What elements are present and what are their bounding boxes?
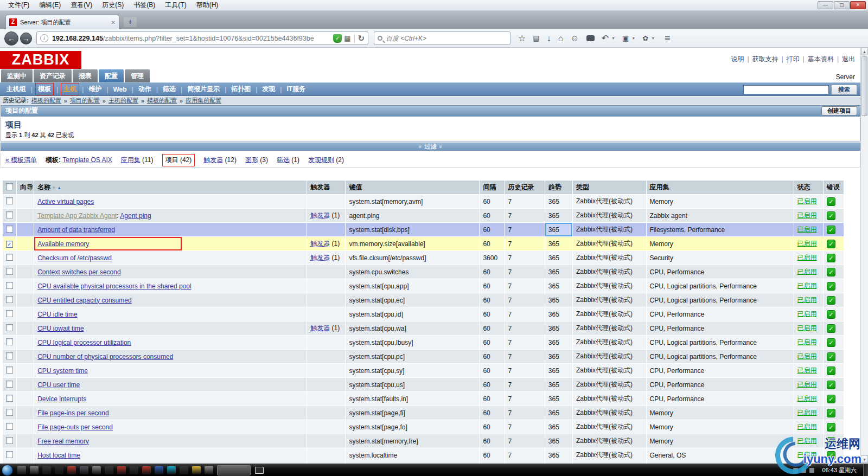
main-tab-item[interactable]: 监测中: [1, 69, 33, 82]
taskbar-app-icon[interactable]: [155, 466, 163, 474]
taskbar-app-icon[interactable]: [105, 466, 113, 474]
row-checkbox[interactable]: [6, 197, 13, 204]
taskbar-app-icon[interactable]: [130, 466, 138, 474]
subnav-item[interactable]: Web: [111, 85, 129, 94]
top-link[interactable]: 说明: [731, 55, 744, 63]
status-enabled-link[interactable]: 已启用: [797, 324, 817, 332]
history-link[interactable]: 项目的配置: [70, 97, 100, 105]
status-enabled-link[interactable]: 已启用: [797, 409, 817, 416]
row-checkbox[interactable]: [6, 437, 13, 444]
parent-template-link[interactable]: Template App Zabbix Agent: [37, 212, 117, 220]
column-header-static[interactable]: 间隔: [480, 181, 504, 194]
status-enabled-link[interactable]: 已启用: [797, 423, 817, 430]
column-header-sortable[interactable]: 名称▼▲: [34, 181, 307, 194]
taskbar-app-icon[interactable]: [142, 466, 151, 474]
row-checkbox[interactable]: [6, 226, 13, 233]
row-checkbox[interactable]: [6, 211, 13, 218]
item-name-link[interactable]: CPU available physical processors in the…: [37, 282, 191, 290]
scrollbar-thumb[interactable]: [861, 56, 867, 116]
sort-desc-icon[interactable]: ▼: [52, 185, 56, 190]
taskbar-app-icon[interactable]: [92, 466, 101, 474]
trigger-link[interactable]: 触发器: [310, 324, 330, 332]
subnav-item[interactable]: 主机: [61, 83, 79, 95]
status-enabled-link[interactable]: 已启用: [797, 240, 817, 247]
tray-icon[interactable]: [793, 468, 798, 473]
status-enabled-link[interactable]: 已启用: [797, 197, 817, 205]
status-enabled-link[interactable]: 已启用: [797, 268, 817, 275]
taskbar-app-icon[interactable]: [167, 466, 176, 474]
status-enabled-link[interactable]: 已启用: [797, 395, 817, 402]
row-checkbox[interactable]: [6, 423, 13, 430]
item-name-link[interactable]: Amount of data transferred: [37, 226, 115, 234]
item-name-link[interactable]: CPU idle time: [37, 311, 77, 318]
taskbar-app-icon[interactable]: [205, 466, 213, 474]
taskbar-app-icon[interactable]: [117, 466, 126, 474]
row-checkbox[interactable]: [6, 254, 13, 261]
item-name-link[interactable]: CPU system time: [37, 367, 88, 375]
subnav-item[interactable]: 维护: [86, 83, 104, 95]
row-checkbox[interactable]: [6, 338, 13, 345]
history-link[interactable]: 模板的配置: [147, 97, 177, 105]
row-checkbox[interactable]: [6, 451, 13, 458]
subnav-item[interactable]: 主机组: [4, 83, 28, 95]
template-list-link[interactable]: « 模板清单: [5, 156, 37, 165]
row-checkbox[interactable]: [6, 381, 13, 388]
status-enabled-link[interactable]: 已启用: [797, 226, 817, 233]
close-button[interactable]: ✕: [850, 1, 866, 9]
taskbar-active-window[interactable]: [217, 465, 251, 475]
qr-code-icon[interactable]: ▦: [344, 34, 350, 42]
taskbar-app-icon[interactable]: [67, 466, 76, 474]
row-checkbox[interactable]: ✓: [6, 241, 13, 248]
forward-button[interactable]: →: [20, 33, 32, 44]
maximize-button[interactable]: ▢: [834, 1, 850, 9]
sort-asc-icon[interactable]: ▲: [57, 185, 61, 190]
template-nav-link[interactable]: 发现规则: [308, 156, 334, 164]
row-checkbox[interactable]: [6, 268, 13, 275]
top-link[interactable]: 基本资料: [808, 55, 834, 63]
status-enabled-link[interactable]: 已启用: [797, 451, 817, 459]
tray-icon[interactable]: [809, 468, 814, 473]
create-item-button[interactable]: 创建项目: [821, 106, 857, 115]
item-name-link[interactable]: CPU number of physical processors consum…: [37, 353, 173, 361]
item-name-link[interactable]: CPU entitled capacity consumed: [37, 297, 131, 304]
reload-icon[interactable]: ↻: [358, 34, 365, 43]
row-checkbox[interactable]: [6, 352, 13, 359]
column-header-static[interactable]: 趋势: [545, 181, 572, 194]
status-enabled-link[interactable]: 已启用: [797, 310, 817, 318]
select-all-checkbox[interactable]: [6, 183, 13, 190]
status-enabled-link[interactable]: 已启用: [797, 296, 817, 304]
tray-icon[interactable]: [801, 468, 806, 473]
menubar-item[interactable]: 工具(T): [160, 0, 191, 11]
taskbar-app-icon[interactable]: [42, 466, 51, 474]
menubar-item[interactable]: 查看(V): [66, 0, 97, 11]
subnav-item[interactable]: IT服务: [284, 83, 308, 95]
home-icon[interactable]: ⌂: [558, 34, 564, 43]
undo-dropdown-icon[interactable]: ▼: [611, 36, 615, 40]
row-checkbox[interactable]: [6, 366, 13, 374]
status-enabled-link[interactable]: 已启用: [797, 254, 817, 261]
browser-search-box[interactable]: [374, 31, 510, 45]
item-name-link[interactable]: Active virtual pages: [37, 198, 94, 205]
menu-hamburger-icon[interactable]: ≡: [665, 33, 671, 44]
addon-paw-icon[interactable]: ✿: [642, 34, 648, 43]
bookmark-star-icon[interactable]: ☆: [518, 34, 526, 43]
filter-bar[interactable]: »过滤»: [1, 143, 860, 151]
smiley-icon[interactable]: ☺: [570, 34, 579, 43]
security-shield-icon[interactable]: ✓: [333, 34, 342, 43]
url-bar[interactable]: i 192.168.229.145 /zabbix/items.php?filt…: [36, 31, 368, 45]
bookmarks-list-icon[interactable]: ▤: [533, 34, 539, 43]
subnav-item[interactable]: 动作: [136, 83, 154, 95]
column-header-static[interactable]: 历史记录: [505, 181, 545, 194]
crop-dropdown-icon[interactable]: ▼: [631, 36, 635, 40]
browser-tab[interactable]: Z Server: 项目的配置 ✕: [5, 15, 119, 29]
column-header-static[interactable]: 状态: [794, 181, 823, 194]
chat-bubble-icon[interactable]: [586, 35, 595, 41]
row-checkbox[interactable]: [6, 395, 13, 402]
subnav-item[interactable]: 模板: [35, 83, 54, 95]
item-name-link[interactable]: File page-outs per second: [37, 423, 113, 431]
item-name-link[interactable]: Free real memory: [37, 438, 89, 445]
tab-close-icon[interactable]: ✕: [111, 20, 116, 25]
row-checkbox[interactable]: [6, 409, 13, 416]
status-enabled-link[interactable]: 已启用: [797, 437, 817, 445]
show-desktop-button[interactable]: [863, 464, 868, 476]
